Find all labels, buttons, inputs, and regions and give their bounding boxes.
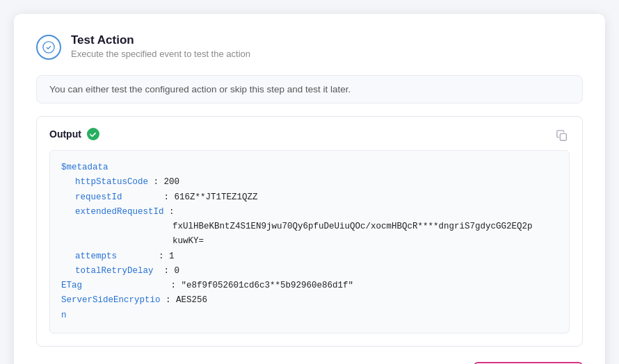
info-bar: You can either test the configured actio… <box>36 75 583 104</box>
code-row-extendedrequestid: extendedRequestId : <box>61 205 558 220</box>
page-subtitle: Execute the specified event to test the … <box>71 49 250 59</box>
code-row-httpstatus: httpStatusCode : 200 <box>61 175 558 190</box>
code-row-extendedrequestid-val1: fxUlHBeKBntZ4S1EN9jwu70Qy6pfuDeUiuQOc/xo… <box>61 220 558 234</box>
test-action-icon <box>36 35 61 60</box>
header-text: Test Action Execute the specified event … <box>71 33 250 59</box>
output-section: Output $metadata httpStatusCode : 200 <box>36 116 583 347</box>
code-block: $metadata httpStatusCode : 200 requestId… <box>49 150 570 333</box>
code-row-extendedrequestid-val2: kuwKY= <box>61 234 558 249</box>
svg-point-0 <box>43 42 54 53</box>
code-row-attempts: attempts : 1 <box>61 249 558 264</box>
output-label: Output <box>49 128 570 140</box>
svg-rect-1 <box>560 133 566 140</box>
code-row-serversideencryption: ServerSideEncryptio : AES256 <box>61 293 558 308</box>
code-row-totalretry: totalRetryDelay : 0 <box>61 264 558 279</box>
page-title: Test Action <box>71 33 250 47</box>
code-row-metadata: $metadata <box>61 160 558 175</box>
code-row-requestid: requestId : 616Z**JT1TEZ1QZZ <box>61 190 558 205</box>
card: Test Action Execute the specified event … <box>14 14 605 364</box>
header: Test Action Execute the specified event … <box>36 33 583 60</box>
code-row-serversideencryption-n: n <box>61 308 558 323</box>
copy-button[interactable] <box>553 126 571 147</box>
status-badge <box>87 128 99 140</box>
code-row-etag: ETag : "e8f9f052601cd6c3**5b92960e86d1f" <box>61 279 558 293</box>
